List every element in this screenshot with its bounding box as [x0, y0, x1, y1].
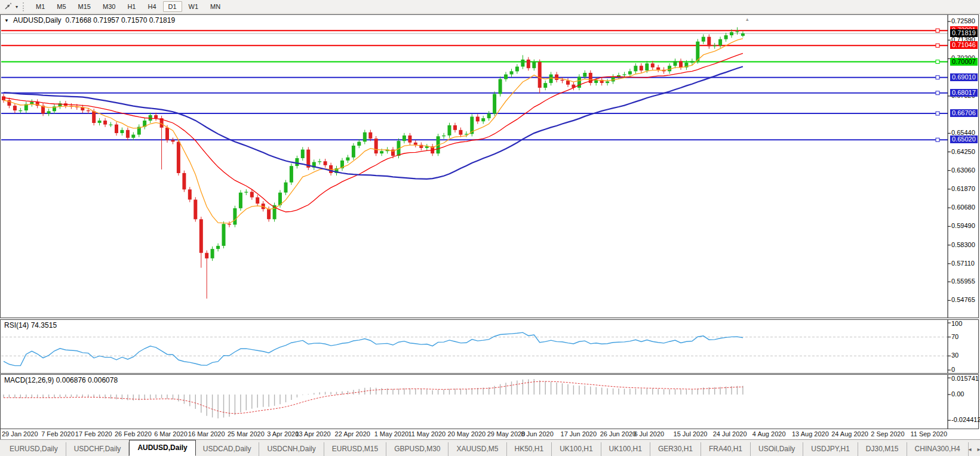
candle-body: [549, 75, 553, 83]
toolbar-grip[interactable]: [23, 2, 25, 11]
price-chart[interactable]: [1, 15, 978, 318]
timeframe-button-m15[interactable]: M15: [73, 1, 96, 12]
rsi-tick-label: 30: [951, 352, 959, 359]
candle-body: [87, 110, 90, 111]
hline-handle[interactable]: [936, 44, 939, 47]
candle-body: [532, 62, 536, 69]
candle-body: [640, 66, 643, 70]
candle-body: [543, 83, 547, 88]
date-tick-label: 7 Feb 2020: [41, 430, 75, 437]
chart-tab-gbpusd-m30[interactable]: GBPUSD,M30: [386, 442, 448, 456]
candle-body: [696, 42, 699, 61]
macd-chart[interactable]: [1, 375, 978, 429]
tab-next-icon[interactable]: ▸: [978, 446, 980, 452]
candle-body: [13, 106, 17, 110]
timeframe-button-m5[interactable]: M5: [51, 1, 71, 12]
candle-body: [499, 79, 502, 94]
date-tick-label: 4 Aug 2020: [752, 430, 786, 437]
candle-body: [154, 115, 158, 118]
chart-tab-audusd-daily[interactable]: AUDUSD,Daily: [129, 440, 195, 456]
timeframe-button-h4[interactable]: H4: [142, 1, 161, 12]
candle-body: [736, 32, 739, 32]
candle-body: [555, 75, 558, 80]
candle-body: [19, 110, 22, 111]
hline-handle[interactable]: [936, 76, 939, 79]
date-tick-label: 3 Apr 2020: [267, 430, 299, 437]
price-axis: 0.725800.713900.702000.678200.654400.642…: [951, 15, 979, 318]
hline-price-label[interactable]: 0.69010: [950, 73, 978, 81]
candle-body: [346, 158, 349, 161]
candle-body: [363, 133, 367, 142]
chart-tab-usdchf-daily[interactable]: USDCHF,Daily: [66, 442, 130, 456]
chart-tab-usdcad-daily[interactable]: USDCAD,Daily: [195, 442, 260, 456]
date-tick-label: 17 Feb 2020: [75, 430, 112, 437]
timeframe-button-m30[interactable]: M30: [97, 1, 121, 12]
chart-tab-uk100-h1[interactable]: UK100,H1: [552, 442, 601, 456]
candle-body: [408, 135, 411, 143]
hline-price-label[interactable]: 0.66706: [950, 109, 978, 117]
candle-body: [301, 150, 305, 158]
chart-tab-dj30-m15[interactable]: DJ30,M15: [858, 442, 907, 456]
date-tick-label: 11 Sep 2020: [910, 430, 947, 437]
moving-average-line: [4, 39, 743, 224]
hline-handle[interactable]: [936, 60, 939, 64]
candle-body: [368, 133, 372, 139]
candle-body: [645, 63, 649, 70]
candle-body: [724, 35, 728, 39]
chart-tab-xauusd-m5[interactable]: XAUUSD,M5: [448, 442, 506, 456]
candle-body: [453, 125, 457, 130]
candle-body: [256, 198, 259, 204]
chart-tab-hk50-h1[interactable]: HK50,H1: [507, 442, 552, 456]
date-tick-label: 26 Jun 2020: [600, 430, 637, 437]
hline-handle[interactable]: [936, 29, 939, 32]
hline-price-label[interactable]: 0.71046: [950, 41, 978, 49]
date-tick-label: 2 Sep 2020: [871, 430, 904, 437]
hline-handle[interactable]: [936, 112, 939, 115]
candle-body: [374, 138, 378, 153]
date-tick-label: 20 May 2020: [448, 430, 486, 437]
current-price-label[interactable]: 0.71819: [950, 29, 978, 37]
rsi-label: RSI(14) 74.3515: [4, 321, 57, 329]
chart-tab-uk100-h1[interactable]: UK100,H1: [601, 442, 650, 456]
candle-body: [244, 192, 248, 192]
hline-price-label[interactable]: 0.68017: [950, 89, 978, 97]
date-tick-label: 24 Jul 2020: [713, 430, 747, 437]
timeframe-button-m1[interactable]: M1: [30, 1, 50, 12]
rsi-chart[interactable]: [1, 320, 978, 373]
price-tick-label: 0.55955: [951, 278, 975, 285]
collapse-icon[interactable]: ▼: [4, 18, 9, 23]
chart-tab-fra40-h1[interactable]: FRA40,H1: [701, 442, 751, 456]
hline-handle[interactable]: [936, 91, 939, 95]
chart-shift-marker-icon[interactable]: ▴: [746, 16, 749, 22]
candle-body: [2, 96, 5, 100]
timeframe-button-d1[interactable]: D1: [163, 1, 182, 12]
chart-tab-ger30-h1[interactable]: GER30,H1: [650, 442, 701, 456]
hline-handle[interactable]: [936, 138, 939, 141]
chart-tab-china300-h4[interactable]: CHINA300,H4: [907, 442, 969, 456]
hline-price-label[interactable]: 0.65020: [950, 135, 978, 143]
chart-tab-usoil-daily[interactable]: USOil,Daily: [751, 442, 803, 456]
tab-prev-icon[interactable]: ◂: [969, 446, 972, 452]
timeframe-toolbar: ▾ M1M5M15M30H1H4D1W1MN: [0, 0, 980, 14]
candle-body: [481, 118, 485, 121]
tab-scroll-arrows: ◂ ▸: [969, 446, 980, 456]
hline-price-label[interactable]: 0.70007: [950, 58, 978, 66]
chevron-down-icon[interactable]: ▾: [14, 4, 20, 10]
candle-body: [267, 209, 271, 219]
candle-body: [577, 77, 581, 88]
timeframe-button-w1[interactable]: W1: [183, 1, 204, 12]
timeframe-button-mn[interactable]: MN: [205, 1, 226, 12]
chart-tab-eurusd-daily[interactable]: EURUSD,Daily: [2, 442, 66, 456]
candle-body: [668, 66, 671, 71]
candle-body: [228, 224, 231, 224]
chart-tab-eurusd-m15[interactable]: EURUSD,M15: [324, 442, 386, 456]
timeframe-button-h1[interactable]: H1: [122, 1, 141, 12]
drawing-tool-button[interactable]: [2, 1, 14, 13]
candle-body: [284, 183, 288, 193]
chart-tab-usdcnh-daily[interactable]: USDCNH,Daily: [259, 442, 324, 456]
date-tick-label: 13 Aug 2020: [792, 430, 829, 437]
chart-ohlc-values: 0.71668 0.71957 0.71570 0.71819: [66, 16, 176, 24]
chart-tab-usdjpy-h1[interactable]: USDJPY,H1: [803, 442, 858, 456]
candle-body: [318, 161, 321, 162]
candle-body: [171, 140, 175, 142]
